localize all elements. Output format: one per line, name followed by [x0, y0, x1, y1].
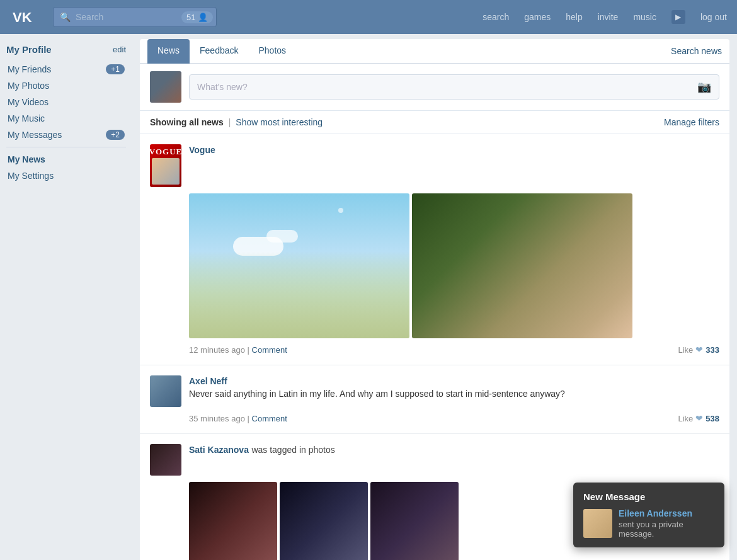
sidebar-label-music: My Music: [8, 113, 45, 123]
sky-image: [189, 193, 409, 338]
user-avatar: [150, 71, 181, 103]
tab-photos[interactable]: Photos: [249, 39, 297, 64]
sidebar-item-photos[interactable]: My Photos: [6, 77, 126, 94]
main-layout: My Profile edit My Friends +1 My Photos …: [0, 34, 737, 560]
vogue-like: Like ❤ 333: [678, 345, 719, 355]
popup-sender-avatar: [583, 509, 612, 538]
nav-help[interactable]: help: [566, 12, 582, 22]
vogue-time: 12 minutes ago: [189, 345, 245, 355]
sati-avatar[interactable]: [150, 444, 181, 476]
sidebar-item-friends[interactable]: My Friends +1: [6, 61, 126, 77]
sidebar-item-settings[interactable]: My Settings: [6, 168, 126, 184]
sati-author-link[interactable]: Sati Kazanova: [189, 445, 249, 455]
vogue-info: Vogue: [189, 144, 215, 156]
meta-sep: |: [248, 345, 252, 355]
search-box[interactable]: 🔍 51 👤: [53, 7, 217, 27]
vogue-comment-link[interactable]: Comment: [252, 345, 287, 355]
friends-badge: +1: [106, 64, 125, 74]
sidebar-label-news: My News: [8, 154, 45, 164]
popup-message-text: sent you a private message.: [619, 520, 714, 539]
sati-photo-3[interactable]: [370, 482, 459, 560]
vogue-images: [189, 193, 719, 338]
axel-like-count: 538: [706, 414, 719, 423]
nav-games[interactable]: games: [524, 12, 551, 22]
header: VK 🔍 51 👤 search games help invite music…: [0, 0, 737, 34]
filter-left: Showing all news | Show most interesting: [150, 117, 323, 127]
sidebar-profile: My Profile edit: [6, 44, 126, 55]
header-nav: search games help invite music ▶ log out: [483, 10, 727, 24]
edit-profile-link[interactable]: edit: [113, 45, 126, 54]
messages-badge: +2: [106, 130, 125, 140]
sati-header: Sati Kazanova was tagged in photos: [150, 444, 719, 476]
tabs-bar: News Feedback Photos Search news: [140, 39, 729, 64]
sati-tagged-text: was tagged in photos: [251, 445, 334, 455]
axel-time: 35 minutes ago: [189, 414, 245, 423]
popup-body: Eileen Anderssen sent you a private mess…: [583, 508, 714, 539]
vogue-image-1[interactable]: [189, 193, 409, 338]
search-input[interactable]: [76, 12, 176, 22]
axel-author-link[interactable]: Axel Neff: [189, 376, 227, 386]
sidebar-label-videos: My Videos: [8, 97, 49, 107]
sati-photo-2[interactable]: [280, 482, 368, 560]
sidebar-item-videos[interactable]: My Videos: [6, 94, 126, 110]
search-news-link[interactable]: Search news: [671, 46, 722, 56]
my-profile-link[interactable]: My Profile: [6, 44, 52, 55]
user-face-img: [150, 71, 181, 103]
axel-meta-sep: |: [248, 414, 252, 423]
post-input-area[interactable]: What's new? 📷: [189, 74, 719, 100]
vogue-header: VOGUE Vogue: [150, 144, 719, 187]
axel-info: Axel Neff Never said anything in Latin i…: [189, 375, 565, 399]
post-placeholder: What's new?: [197, 82, 248, 92]
axel-header: Axel Neff Never said anything in Latin i…: [150, 375, 719, 407]
vogue-footer: 12 minutes ago | Comment Like ❤ 333: [189, 345, 719, 355]
nav-logout[interactable]: log out: [700, 12, 727, 22]
showing-all-label: Showing all news: [150, 117, 224, 127]
nav-search[interactable]: search: [483, 12, 509, 22]
sidebar-label-photos: My Photos: [8, 81, 49, 91]
nav-invite[interactable]: invite: [598, 12, 619, 22]
vk-logo[interactable]: VK: [10, 7, 43, 27]
search-icon: 🔍: [60, 12, 71, 22]
popup-title: New Message: [583, 491, 714, 502]
content: News Feedback Photos Search news What's …: [132, 34, 737, 560]
search-count-badge: 51 👤: [181, 11, 213, 23]
axel-avatar[interactable]: [150, 375, 181, 407]
heart-icon-axel: ❤: [695, 413, 703, 423]
vogue-like-link[interactable]: Like: [678, 345, 693, 355]
filter-separator: |: [229, 117, 231, 127]
sidebar-item-messages[interactable]: My Messages +2: [6, 127, 126, 143]
manage-filters-link[interactable]: Manage filters: [664, 117, 719, 127]
sidebar-item-news[interactable]: My News: [6, 151, 126, 168]
tab-feedback[interactable]: Feedback: [190, 39, 248, 64]
axel-like: Like ❤ 538: [678, 413, 719, 423]
popup-sender-name[interactable]: Eileen Anderssen: [619, 508, 714, 518]
vogue-author-link[interactable]: Vogue: [189, 145, 215, 155]
axel-footer: 35 minutes ago | Comment Like ❤ 538: [189, 413, 719, 423]
new-message-popup[interactable]: New Message Eileen Anderssen sent you a …: [573, 483, 724, 547]
vogue-avatar[interactable]: VOGUE: [150, 144, 181, 187]
axel-like-link[interactable]: Like: [678, 414, 693, 423]
show-interesting-link[interactable]: Show most interesting: [236, 117, 323, 127]
sidebar: My Profile edit My Friends +1 My Photos …: [0, 34, 132, 560]
sidebar-divider: [6, 147, 126, 147]
more-nav-button[interactable]: ▶: [671, 10, 685, 24]
vogue-image-2[interactable]: [412, 193, 632, 338]
filter-bar: Showing all news | Show most interesting…: [140, 111, 729, 134]
person-icon: 👤: [198, 13, 208, 22]
tab-news[interactable]: News: [147, 39, 190, 64]
sidebar-label-messages: My Messages: [8, 130, 62, 140]
post-box: What's new? 📷: [140, 64, 729, 111]
axel-post-text: Never said anything in Latin in my life.…: [189, 389, 565, 399]
woman-image: [412, 193, 632, 338]
heart-icon: ❤: [695, 345, 703, 355]
axel-meta: 35 minutes ago | Comment: [189, 414, 287, 423]
sati-photo-1[interactable]: [189, 482, 277, 560]
camera-icon[interactable]: 📷: [697, 80, 711, 94]
news-item-vogue: VOGUE Vogue: [140, 134, 729, 365]
sidebar-label-settings: My Settings: [8, 171, 54, 181]
sidebar-item-music[interactable]: My Music: [6, 110, 126, 127]
popup-message-info: Eileen Anderssen sent you a private mess…: [619, 508, 714, 539]
nav-music[interactable]: music: [633, 12, 656, 22]
vogue-like-count: 333: [706, 345, 719, 355]
axel-comment-link[interactable]: Comment: [252, 414, 287, 423]
